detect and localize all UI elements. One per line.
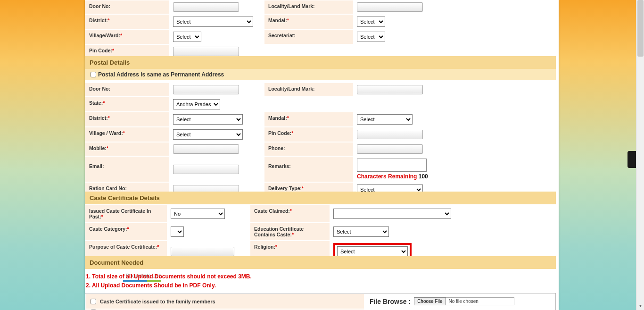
- scrollbar-thumb[interactable]: [637, 0, 644, 57]
- scroll-down-icon[interactable]: ▼: [636, 302, 644, 310]
- perm-locality-label: Locality/Land Mark:: [264, 0, 354, 14]
- perm-village-select[interactable]: Select: [173, 32, 201, 42]
- caste-issued-past-select[interactable]: No: [171, 209, 225, 219]
- caste-edu-contains-select[interactable]: Select: [333, 226, 389, 237]
- postal-locality-input[interactable]: [357, 85, 423, 94]
- postal-doorno-label: Door No:: [85, 83, 170, 97]
- caste-category-label: Caste Category:: [89, 226, 127, 232]
- perm-district-label: District:: [89, 17, 108, 23]
- postal-district-select[interactable]: Select: [173, 114, 243, 125]
- postal-state-select[interactable]: Andhra Pradesh: [173, 99, 220, 109]
- doc-note-2: 2. All Upload Documents Should be in PDF…: [86, 281, 555, 290]
- postal-same-checkbox[interactable]: [91, 72, 96, 77]
- postal-locality-label: Locality/Land Mark:: [264, 83, 354, 97]
- side-widget-icon[interactable]: [627, 151, 636, 168]
- postal-mobile-label: Mobile:: [89, 145, 107, 151]
- caste-purpose-label: Purpose of Caste Certificate:: [89, 244, 157, 250]
- caste-claimed-select[interactable]: [333, 209, 451, 219]
- postal-village-label: Village / Ward:: [89, 130, 123, 136]
- caste-religion-select[interactable]: Select: [337, 246, 408, 257]
- doc-note-1: 1. Total size of all Upload Documents sh…: [86, 272, 555, 281]
- postal-remarks-label: Remarks:: [264, 156, 354, 182]
- vertical-scrollbar[interactable]: ▲ ▼: [636, 0, 644, 310]
- perm-locality-input[interactable]: [357, 2, 423, 12]
- postal-email-input[interactable]: [173, 165, 239, 174]
- caste-category-select[interactable]: [171, 226, 184, 237]
- section-postal-details: Postal Details: [85, 56, 556, 69]
- postal-remarks-textarea[interactable]: [357, 159, 427, 172]
- char-remaining-count: 100: [419, 173, 428, 180]
- postal-mandal-label: Mandal:: [268, 115, 287, 121]
- postal-mobile-input[interactable]: [173, 144, 239, 154]
- postal-doorno-input[interactable]: [173, 85, 239, 94]
- file-chosen-status: No file chosen: [446, 297, 514, 305]
- choose-file-button[interactable]: Choose File: [414, 297, 446, 305]
- perm-doorno-label: Door No:: [85, 0, 170, 14]
- postal-phone-label: Phone:: [264, 142, 354, 156]
- postal-district-label: District:: [89, 115, 108, 121]
- perm-pin-input[interactable]: [173, 47, 239, 56]
- section-document-needed: Document Needed: [85, 256, 556, 269]
- perm-village-label: Village/Ward:: [89, 33, 120, 38]
- perm-mandal-label: Mandal:: [268, 17, 287, 23]
- perm-secretariat-select[interactable]: Select: [357, 32, 385, 42]
- postal-mandal-select[interactable]: Select: [357, 114, 413, 125]
- postal-pin-input[interactable]: [357, 130, 423, 139]
- postal-pin-label: Pin Code:: [268, 130, 291, 136]
- caste-edu-contains-label: Education Certificate Contains Caste:: [254, 226, 304, 237]
- section-caste-details: Caste Certificate Details: [85, 192, 556, 204]
- doc-caste-family-checkbox[interactable]: [91, 299, 96, 304]
- postal-email-label: Email:: [85, 156, 170, 182]
- caste-purpose-input[interactable]: [171, 247, 234, 256]
- doc-caste-family-label: Caste Certificate issued to the family m…: [100, 299, 215, 304]
- perm-doorno-input[interactable]: [173, 2, 239, 12]
- postal-village-select[interactable]: Select: [173, 129, 243, 140]
- perm-pin-label: Pin Code:: [89, 48, 112, 53]
- perm-mandal-select[interactable]: Select: [357, 17, 385, 27]
- postal-same-label: Postal Address is same as Permanent Addr…: [98, 71, 224, 78]
- caste-religion-label: Religion:: [254, 244, 275, 250]
- perm-secretariat-label: Secretariat:: [264, 29, 354, 44]
- caste-claimed-label: Caste Claimed:: [254, 208, 290, 214]
- postal-delivery-label: Delivery Type:: [268, 185, 302, 191]
- postal-phone-input[interactable]: [357, 144, 423, 154]
- caste-issued-past-label: Issued Caste Certificate In Past:: [89, 208, 151, 219]
- file-browse-label: File Browse :: [370, 298, 411, 305]
- char-remaining-label: Characters Remaining: [357, 173, 419, 180]
- perm-district-select[interactable]: Select: [173, 17, 253, 27]
- postal-state-label: State:: [89, 100, 103, 106]
